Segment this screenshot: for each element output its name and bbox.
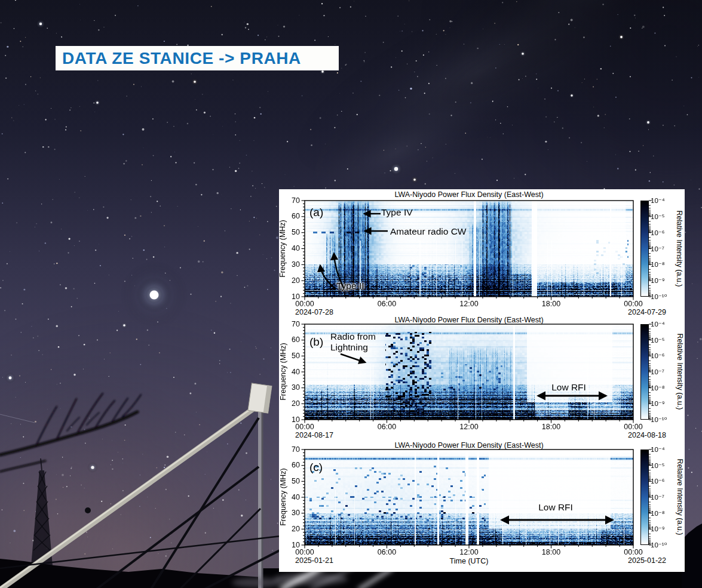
panel-title: LWA-Niyodo Power Flux Density (East-West… bbox=[350, 316, 588, 324]
y-tick-label: 10 bbox=[280, 415, 300, 424]
annotation-low-rfi-b: Low RFI bbox=[533, 382, 605, 393]
y-tick-label: 70 bbox=[280, 445, 300, 454]
annotation-radio-from-lightning: Radio from Lightning bbox=[330, 331, 390, 353]
y-tick-label: 10 bbox=[280, 293, 300, 301]
colorbar-tick-label: 10⁻⁷ bbox=[651, 368, 680, 376]
x-tick-label: 00:00 bbox=[615, 548, 651, 556]
colorbar bbox=[640, 324, 649, 420]
x-tick-label: 18:00 bbox=[534, 548, 569, 556]
colorbar-tick-label: 10⁻⁵ bbox=[651, 461, 680, 470]
station-banner: DATA ZE STANICE -> PRAHA bbox=[56, 46, 339, 70]
colorbar-tick-label: 10⁻⁸ bbox=[651, 384, 680, 392]
y-tick-label: 20 bbox=[280, 276, 300, 285]
x-tick-label: 12:00 bbox=[451, 548, 487, 556]
x-tick-label: 06:00 bbox=[369, 548, 405, 556]
y-tick-label: 70 bbox=[280, 196, 300, 205]
date-label: 2025-01-21 bbox=[295, 556, 333, 565]
panel-label-c: (c) bbox=[309, 461, 323, 474]
y-tick-label: 30 bbox=[280, 260, 300, 269]
panel-title: LWA-Niyodo Power Flux Density (East-West… bbox=[350, 441, 588, 450]
colorbar bbox=[640, 201, 649, 297]
y-tick-label: 40 bbox=[280, 244, 300, 253]
y-tick-label: 40 bbox=[280, 368, 300, 377]
x-axis-label: Time (UTC) bbox=[421, 557, 517, 565]
y-tick-label: 70 bbox=[280, 320, 300, 329]
colorbar-tick-label: 10⁻⁹ bbox=[651, 525, 680, 533]
date-label: 2024-07-29 bbox=[600, 308, 666, 316]
annotation-amateur-radio-cw: Amateur radio CW bbox=[390, 226, 466, 237]
y-tick-label: 30 bbox=[280, 509, 300, 518]
x-tick-label: 12:00 bbox=[451, 423, 487, 431]
colorbar-tick-label: 10⁻⁴ bbox=[651, 196, 680, 205]
x-tick-label: 06:00 bbox=[369, 423, 405, 431]
colorbar-tick-label: 10⁻⁴ bbox=[651, 445, 680, 454]
x-tick-label: 06:00 bbox=[369, 300, 405, 308]
colorbar-tick-label: 10⁻⁶ bbox=[651, 477, 680, 485]
colorbar-tick-label: 10⁻⁶ bbox=[651, 229, 680, 237]
y-tick-label: 40 bbox=[280, 493, 300, 502]
annotation-low-rfi-c: Low RFI bbox=[520, 502, 591, 513]
colorbar-tick-label: 10⁻⁹ bbox=[651, 399, 680, 408]
colorbar-tick-label: 10⁻¹⁰ bbox=[651, 541, 680, 549]
date-label: 2024-08-18 bbox=[600, 431, 666, 439]
y-tick-label: 10 bbox=[280, 541, 300, 550]
colorbar bbox=[640, 450, 649, 545]
screenshot-stage: DATA ZE STANICE -> PRAHA LWA-Niyodo Powe… bbox=[0, 0, 702, 588]
colorbar-tick-label: 10⁻⁷ bbox=[651, 245, 680, 253]
colorbar-tick-label: 10⁻⁸ bbox=[651, 260, 680, 269]
station-banner-text: DATA ZE STANICE -> PRAHA bbox=[62, 49, 301, 68]
y-tick-label: 60 bbox=[280, 212, 300, 221]
colorbar-tick-label: 10⁻¹⁰ bbox=[651, 293, 680, 301]
y-tick-label: 20 bbox=[280, 525, 300, 534]
x-tick-label: 00:00 bbox=[615, 300, 651, 308]
panel-label-b: (b) bbox=[309, 335, 323, 349]
panel-title: LWA-Niyodo Power Flux Density (East-West… bbox=[350, 190, 588, 199]
colorbar-tick-label: 10⁻⁵ bbox=[651, 213, 680, 221]
x-tick-label: 12:00 bbox=[451, 300, 487, 308]
annotation-type-iv: Type IV bbox=[381, 207, 413, 218]
spectrogram-figure: LWA-Niyodo Power Flux Density (East-West… bbox=[279, 189, 685, 572]
panel-label-a: (a) bbox=[309, 206, 323, 219]
date-label: 2024-07-28 bbox=[295, 308, 333, 316]
y-tick-label: 30 bbox=[280, 383, 300, 392]
colorbar-tick-label: 10⁻¹⁰ bbox=[651, 415, 680, 424]
date-label: 2024-08-17 bbox=[295, 431, 333, 439]
y-tick-label: 60 bbox=[280, 461, 300, 470]
date-label: 2025-01-22 bbox=[600, 556, 666, 565]
y-tick-label: 50 bbox=[280, 352, 300, 361]
y-tick-label: 50 bbox=[280, 228, 300, 237]
colorbar-tick-label: 10⁻⁹ bbox=[651, 276, 680, 285]
y-tick-label: 20 bbox=[280, 399, 300, 408]
y-tick-label: 60 bbox=[280, 335, 300, 344]
x-tick-label: 00:00 bbox=[615, 423, 651, 431]
colorbar-tick-label: 10⁻⁶ bbox=[651, 352, 680, 360]
annotation-type-ii: Type II bbox=[336, 281, 364, 291]
spectrogram-heatmap-c bbox=[305, 450, 633, 545]
y-tick-label: 50 bbox=[280, 477, 300, 486]
x-tick-label: 18:00 bbox=[534, 300, 569, 308]
colorbar-tick-label: 10⁻⁸ bbox=[651, 509, 680, 518]
colorbar-tick-label: 10⁻⁷ bbox=[651, 493, 680, 501]
x-tick-label: 18:00 bbox=[534, 423, 569, 431]
colorbar-tick-label: 10⁻⁵ bbox=[651, 336, 680, 344]
colorbar-tick-label: 10⁻⁴ bbox=[651, 320, 680, 328]
